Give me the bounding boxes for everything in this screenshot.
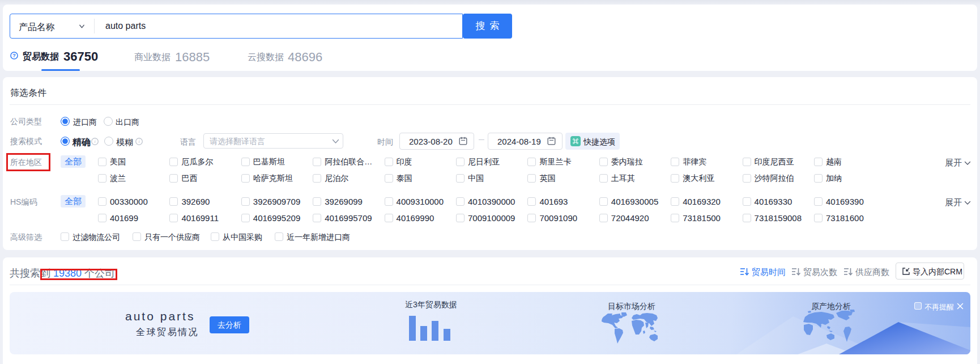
svg-text:i: i (94, 139, 95, 144)
svg-text:i: i (138, 139, 139, 144)
svg-text:?: ? (12, 52, 16, 58)
